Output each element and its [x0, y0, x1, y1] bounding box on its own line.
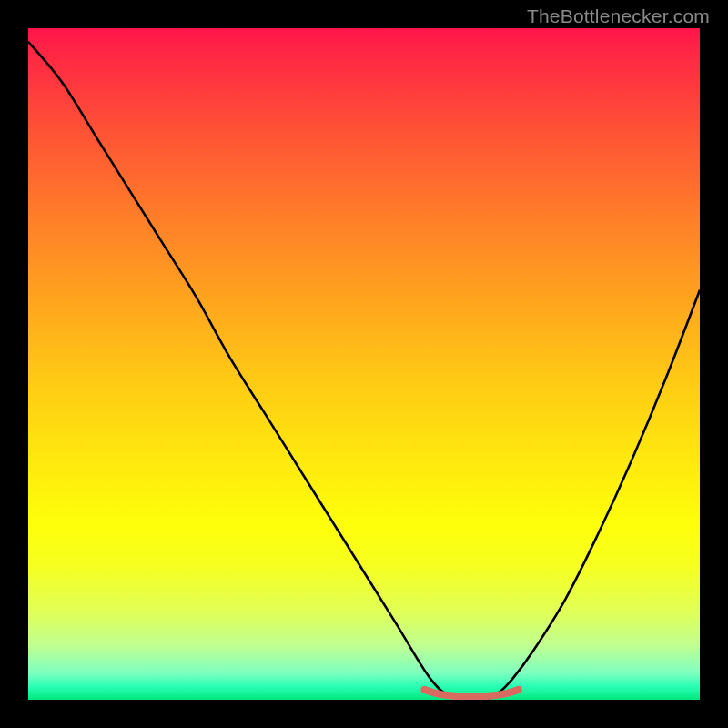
optimal-range-marker [28, 28, 700, 700]
chart-plot-area [28, 28, 700, 700]
watermark-text: TheBottlenecker.com [527, 5, 710, 27]
